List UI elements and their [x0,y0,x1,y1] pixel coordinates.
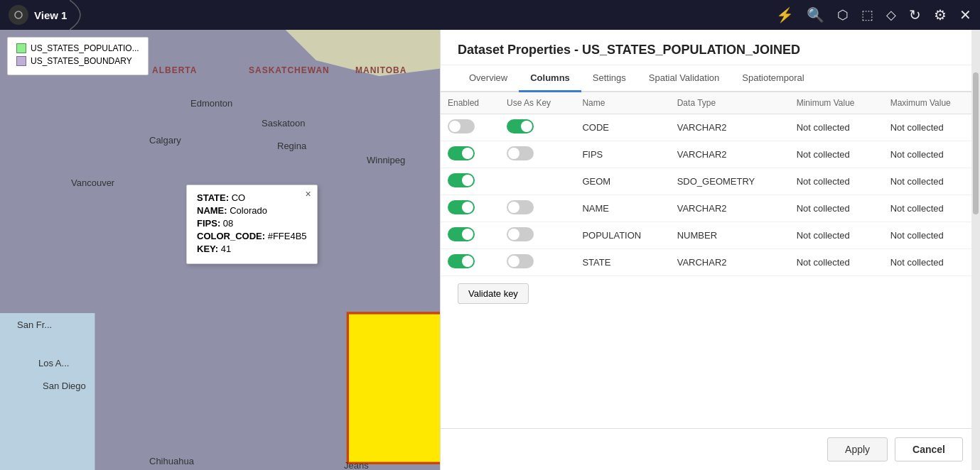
toggle-enabled-0[interactable] [448,119,475,133]
select-icon[interactable]: ⬚ [861,7,873,23]
diamond-icon[interactable]: ◇ [886,7,896,23]
cell-max-1: Not collected [883,141,980,168]
cell-key-4 [500,222,575,249]
toolbar-icons: ⚡ 🔍 ⬡ ⬚ ◇ ↻ ⚙ ✕ [776,6,971,23]
cell-type-3: VARCHAR2 [670,195,790,222]
dataset-panel-header: Dataset Properties - US_STATES_POPULATIO… [441,30,980,65]
cell-max-2: Not collected [883,168,980,195]
table-body: CODEVARCHAR2Not collectedNot collectedFI… [441,114,980,276]
tab-settings[interactable]: Settings [581,65,637,92]
cell-type-5: VARCHAR2 [670,249,790,276]
popup-colorcode-row: COLOR_CODE: #FFE4B5 [197,231,307,241]
legend-item-population: US_STATES_POPULATIO... [16,43,139,53]
toggle-key-1[interactable] [507,146,534,160]
toggle-enabled-5[interactable] [448,254,475,268]
table-header-row: Enabled Use As Key Name Data Type Minimu… [441,92,980,114]
popup-name-label: NAME: [197,205,227,216]
cell-min-2: Not collected [790,168,883,195]
cancel-button[interactable]: Cancel [895,437,963,461]
popup-fips-value: 08 [223,218,233,229]
table-row: NAMEVARCHAR2Not collectedNot collected [441,195,980,222]
legend-color-population [16,43,26,53]
legend-panel: US_STATES_POPULATIO... US_STATES_BOUNDAR… [7,37,149,75]
cell-min-5: Not collected [790,249,883,276]
topbar: View 1 ⚡ 🔍 ⬡ ⬚ ◇ ↻ ⚙ ✕ [0,0,980,30]
table-row: POPULATIONNUMBERNot collectedNot collect… [441,222,980,249]
validate-key-button[interactable]: Validate key [458,283,529,304]
cell-type-1: VARCHAR2 [670,141,790,168]
cell-type-2: SDO_GEOMETRY [670,168,790,195]
apply-button[interactable]: Apply [827,437,888,461]
toggle-key-5[interactable] [507,254,534,268]
toggle-enabled-1[interactable] [448,146,475,160]
popup-key-label: KEY: [197,244,218,254]
cell-max-0: Not collected [883,114,980,141]
col-header-name: Name [575,92,669,114]
popup-state-row: STATE: CO [197,192,307,203]
state-popup: × STATE: CO NAME: Colorado FIPS: 08 COLO… [186,185,318,264]
popup-state-label: STATE: [197,192,229,203]
cell-name-2: GEOM [575,168,669,195]
cell-enabled-2 [441,168,500,195]
cell-min-4: Not collected [790,222,883,249]
popup-name-value: Colorado [230,205,267,216]
table-row: FIPSVARCHAR2Not collectedNot collected [441,141,980,168]
settings-icon[interactable]: ⚙ [934,6,947,23]
popup-colorcode-value: #FFE4B5 [268,231,307,241]
table-row: GEOMSDO_GEOMETRYNot collectedNot collect… [441,168,980,195]
refresh-icon[interactable]: ↻ [909,6,921,23]
panel-scrollbar-thumb[interactable] [973,72,979,214]
panel-tabs: Overview Columns Settings Spatial Valida… [441,65,980,92]
toggle-key-4[interactable] [507,227,534,241]
table-row: STATEVARCHAR2Not collectedNot collected [441,249,980,276]
tab-columns[interactable]: Columns [519,65,581,92]
panel-scrollbar[interactable] [971,30,980,470]
svg-rect-4 [0,313,95,470]
legend-item-boundary: US_STATES_BOUNDARY [16,56,139,66]
toggle-enabled-2[interactable] [448,173,475,187]
toggle-enabled-4[interactable] [448,227,475,241]
popup-key-value: 41 [221,244,231,254]
panel-footer: Apply Cancel [441,428,980,470]
measure-icon[interactable]: ⬡ [837,7,849,23]
cell-name-5: STATE [575,249,669,276]
legend-label-population: US_STATES_POPULATIO... [31,43,139,53]
cell-key-3 [500,195,575,222]
popup-fips-label: FIPS: [197,218,220,229]
columns-table-wrap[interactable]: Enabled Use As Key Name Data Type Minimu… [441,92,980,428]
cell-type-4: NUMBER [670,222,790,249]
cell-max-4: Not collected [883,222,980,249]
popup-name-row: NAME: Colorado [197,205,307,216]
dataset-panel-title: Dataset Properties - US_STATES_POPULATIO… [458,43,963,58]
cell-name-4: POPULATION [575,222,669,249]
cell-enabled-1 [441,141,500,168]
popup-fips-row: FIPS: 08 [197,218,307,229]
toggle-key-3[interactable] [507,200,534,214]
tab-spatiotemporal[interactable]: Spatiotemporal [731,65,815,92]
search-icon[interactable]: 🔍 [807,6,824,23]
col-header-use-as-key: Use As Key [500,92,575,114]
tab-spatial-validation[interactable]: Spatial Validation [637,65,731,92]
cell-enabled-4 [441,222,500,249]
close-icon[interactable]: ✕ [959,6,971,23]
col-header-enabled: Enabled [441,92,500,114]
cell-enabled-5 [441,249,500,276]
cell-max-3: Not collected [883,195,980,222]
cell-max-5: Not collected [883,249,980,276]
cell-key-2 [500,168,575,195]
col-header-min-value: Minimum Value [790,92,883,114]
columns-table: Enabled Use As Key Name Data Type Minimu… [441,92,980,276]
flash-icon[interactable]: ⚡ [776,6,794,23]
popup-key-row: KEY: 41 [197,244,307,254]
cell-key-5 [500,249,575,276]
tab-overview[interactable]: Overview [458,65,519,92]
popup-close-button[interactable]: × [305,188,311,200]
app-icon [9,5,28,25]
toggle-enabled-3[interactable] [448,200,475,214]
toggle-key-0[interactable] [507,119,534,133]
col-header-data-type: Data Type [670,92,790,114]
dataset-panel: Dataset Properties - US_STATES_POPULATIO… [440,30,980,470]
view-title: View 1 [34,9,67,21]
cell-key-1 [500,141,575,168]
legend-color-boundary [16,56,26,66]
